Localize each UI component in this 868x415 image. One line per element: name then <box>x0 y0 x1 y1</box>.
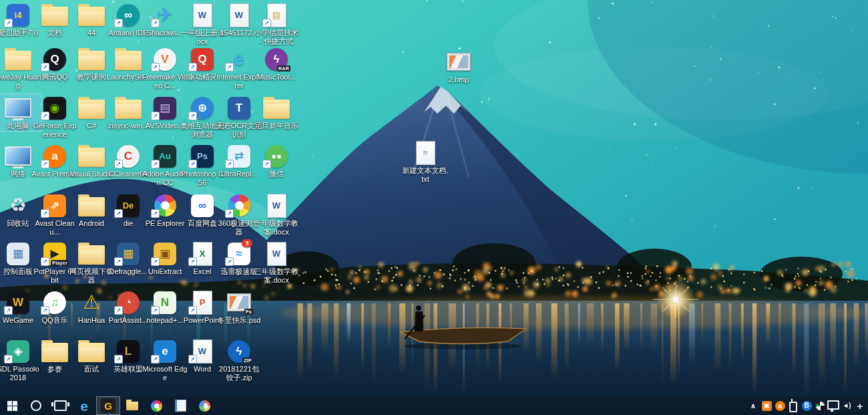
icon-tencent-qq-art: Q↗ <box>40 47 69 72</box>
icon-folder-launchy-art <box>114 47 143 72</box>
shortcut-arrow-icon: ↗ <box>188 355 197 364</box>
tray-avast-icon[interactable]: a <box>774 396 786 415</box>
icon-doc-xiaoxue-it-art: ▤↗ <box>262 3 291 27</box>
tray-usb-icon[interactable] <box>787 396 799 415</box>
icon-qq-music-art: ♫↗ <box>40 290 69 315</box>
icon-wechat[interactable]: ●●↗微信 <box>253 142 300 179</box>
pie-meter-icon <box>815 401 825 411</box>
tray-bluetooth-icon[interactable]: B <box>801 396 813 415</box>
tray-driver-app-icon[interactable]: ▣ <box>761 396 773 415</box>
icon-doc-xiaoxue-it[interactable]: ▤↗小学信息技术 - 快捷方式 <box>253 1 300 47</box>
icon-xunlei-badge: 3 <box>242 239 252 247</box>
icon-folder-qwejay-art <box>3 47 33 72</box>
tray-driver-app-icon-glyph: ▣ <box>762 401 772 411</box>
taskbar-g-app-button[interactable]: G <box>96 396 120 415</box>
icon-die-art: De↗ <box>114 193 143 218</box>
document-icon: W <box>267 194 286 218</box>
icon-folder-docs-art <box>40 3 69 27</box>
icon-psd-file[interactable]: Ps冬至快乐.psd <box>216 289 262 325</box>
folder-icon <box>78 100 105 119</box>
tray-avast-icon-glyph: a <box>775 401 785 411</box>
icon-excel-art: X↗ <box>188 241 217 266</box>
desktop[interactable]: i4↗爱思助手7.0文档44∞↗Arduino IDE✈↗Shadows...W… <box>0 0 868 415</box>
icon-musictool-rar-tag: RAR <box>277 65 290 72</box>
icon-xunlei-art: ≈↗3 <box>224 241 254 266</box>
icon-photoshop-art: Ps↗ <box>188 144 217 168</box>
usb-icon <box>789 402 797 412</box>
shortcut-arrow-icon: ↗ <box>114 257 123 266</box>
icon-doc-math3[interactable]: W三年级数学教案.docx <box>253 240 300 285</box>
icon-360-browser-art: ↗ <box>224 193 254 218</box>
icon-recycle-bin-glyph: ♻ <box>7 194 29 217</box>
icon-bmp-file-label: 2.bmp <box>435 76 482 84</box>
shortcut-arrow-icon: ↗ <box>4 306 13 315</box>
search-icon <box>31 400 41 411</box>
icon-doc-grade1-book-art: W <box>188 3 217 27</box>
icon-uniextract-art: ▣↗ <box>150 241 180 266</box>
icon-ovi-map-art: ⊕↗ <box>188 96 217 120</box>
icon-avast-premier-art: a↗ <box>40 144 69 168</box>
folder-icon <box>78 343 105 362</box>
icon-tianruo-ocr-art: T <box>224 96 254 120</box>
shortcut-arrow-icon: ↗ <box>225 160 234 168</box>
tray-volume-icon[interactable]: ◄) <box>841 396 853 415</box>
document-icon: W <box>267 242 286 266</box>
folder-icon <box>263 100 290 119</box>
icon-ultrarepl-art: ⇄↗ <box>224 144 254 168</box>
icon-wechat-art: ●●↗ <box>262 144 291 168</box>
taskbar-file-explorer-button[interactable] <box>120 396 144 415</box>
icon-musictool-rar[interactable]: ϟRARMusicTool... <box>253 45 300 82</box>
icon-internet-explorer-art: e↗ <box>224 47 254 72</box>
icon-folder-cansai-art <box>40 339 69 364</box>
start-button[interactable] <box>0 396 24 415</box>
tray-pen-input-icon-glyph: + <box>857 401 863 411</box>
folder-icon <box>78 7 105 26</box>
taskbar: eG ∧▣aB◄)+ <box>0 396 868 415</box>
shortcut-arrow-icon: ↗ <box>225 63 234 72</box>
icon-doc-math1[interactable]: W一年级数学教案.docx <box>253 192 300 237</box>
icon-bmp-file[interactable]: 2.bmp <box>435 48 482 85</box>
icon-defraggler-art: ▦↗ <box>114 241 143 266</box>
icon-network-art <box>3 144 33 168</box>
tray-pie-meter-icon[interactable] <box>814 396 826 415</box>
folder-icon <box>78 51 105 70</box>
folder-icon <box>78 197 105 217</box>
paint-palette-icon <box>199 400 210 412</box>
search-button[interactable] <box>24 396 48 415</box>
taskbar-notepad-button[interactable] <box>168 396 192 415</box>
icon-folder-visual-studio-art <box>77 144 106 168</box>
shortcut-arrow-icon: ↗ <box>225 257 234 266</box>
icon-doc-math1-art: W <box>262 193 291 218</box>
tray-hidden-icons-chevron[interactable]: ∧ <box>747 396 759 415</box>
icon-word-art: W↗ <box>188 339 217 364</box>
browser-pinwheel-icon <box>151 400 162 412</box>
tray-volume-icon-glyph: ◄) <box>842 402 851 409</box>
taskbar-edge-button[interactable]: e <box>72 396 96 415</box>
icon-lol-art: L↗ <box>114 339 143 364</box>
shortcut-arrow-icon: ↗ <box>41 63 49 72</box>
icon-folder-newyear-music[interactable]: 元旦新年音乐 <box>253 94 300 131</box>
icon-folder-zisync-art <box>114 96 143 120</box>
tray-pen-input-icon[interactable]: + <box>854 396 866 415</box>
image-thumbnail-icon <box>447 53 471 71</box>
taskbar-g-app-button-icon: G <box>101 398 116 413</box>
folder-icon <box>78 245 105 265</box>
shortcut-arrow-icon: ↗ <box>188 63 197 72</box>
shortcut-arrow-icon: ↗ <box>188 306 197 315</box>
shortcut-arrow-icon: ↗ <box>41 209 49 218</box>
icon-arduino-art: ∞↗ <box>114 3 143 27</box>
shortcut-arrow-icon: ↗ <box>151 306 160 315</box>
task-view-button[interactable] <box>48 396 72 415</box>
tray-network-icon[interactable] <box>827 396 839 415</box>
icon-this-pc-art <box>3 96 33 120</box>
icon-txt-file[interactable]: ≡新建文本文档.txt <box>402 139 449 184</box>
taskbar-paint-button[interactable] <box>192 396 216 415</box>
icon-wechat-label: 微信 <box>253 170 300 178</box>
icon-folder-jiaoxue-art <box>77 47 106 72</box>
taskbar-360-browser-button[interactable] <box>144 396 168 415</box>
shortcut-arrow-icon: ↗ <box>41 257 49 266</box>
icon-avast-cleanup-art: ⇗↗ <box>40 193 69 218</box>
folder-icon <box>5 51 31 70</box>
icon-zip-file[interactable]: ϟZIP20181221包饺子.zip <box>216 337 262 383</box>
icon-i4tools-art: i4↗ <box>3 3 33 27</box>
